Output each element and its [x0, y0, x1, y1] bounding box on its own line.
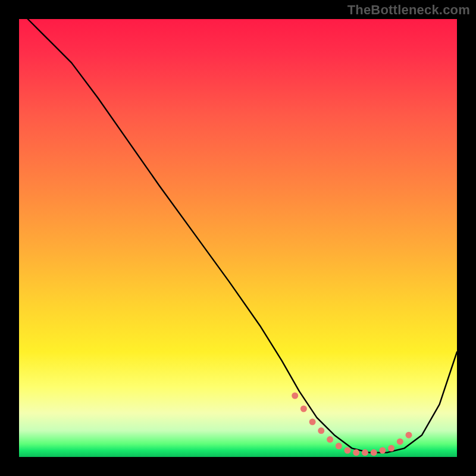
highlight-dot	[362, 449, 368, 456]
bottleneck-curve	[28, 19, 457, 453]
highlight-dot	[371, 449, 377, 456]
highlight-dot	[309, 419, 316, 425]
highlight-dot	[353, 449, 359, 456]
highlight-dot	[345, 447, 351, 454]
highlight-dot	[300, 406, 307, 412]
highlight-dot	[406, 432, 412, 439]
highlight-dot	[379, 447, 386, 454]
watermark-text: TheBottleneck.com	[347, 2, 470, 18]
chart-frame: TheBottleneck.com	[0, 0, 476, 476]
highlight-dot	[397, 439, 403, 445]
plot-area	[19, 19, 457, 457]
curve-svg	[19, 19, 457, 457]
highlight-dots	[292, 393, 412, 456]
highlight-dot	[327, 436, 333, 443]
highlight-dot	[292, 393, 298, 399]
highlight-dot	[388, 445, 394, 452]
highlight-dot	[318, 427, 324, 434]
highlight-dot	[336, 443, 342, 449]
